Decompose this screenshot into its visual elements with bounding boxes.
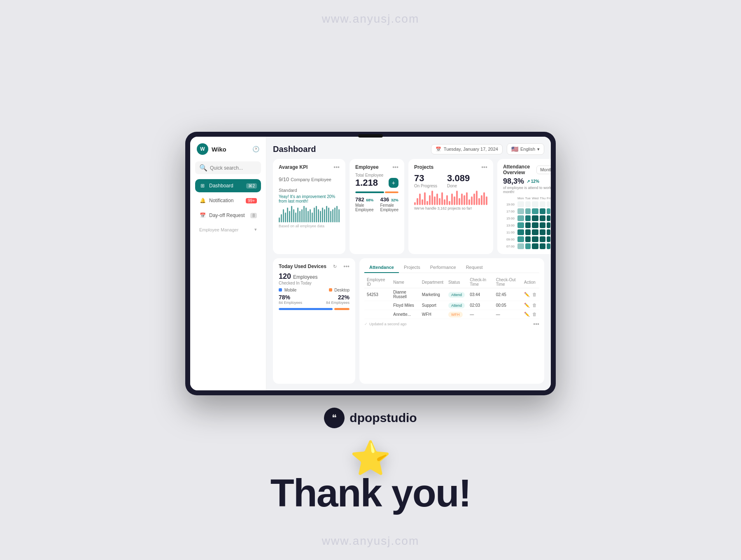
sidebar-item-notification[interactable]: 🔔 Notification 99+	[195, 194, 261, 207]
mobile-dot	[279, 288, 282, 292]
sidebar-item-dashboard[interactable]: ⊞ Dashboard ⌘2	[195, 179, 261, 192]
add-employee-button[interactable]: +	[389, 178, 398, 188]
app-name: Wiko	[212, 146, 226, 153]
section-label-text: Employee Manager	[199, 227, 238, 232]
header-right: 📅 Tuesday, January 17, 2024 🇺🇸 English ▾	[431, 143, 544, 155]
heatmap-cell	[547, 236, 550, 242]
device-pcts: 78% 22%	[279, 294, 350, 301]
action-cell: ✏️🗑	[522, 310, 539, 319]
col-department: Department	[419, 276, 446, 288]
table-cell: Annette...	[391, 310, 419, 319]
table-row: 54253Dianne RussellMarketingAttend03:440…	[364, 288, 539, 301]
heatmap-cell	[525, 215, 531, 221]
emp-menu-icon[interactable]: •••	[392, 164, 398, 170]
edit-icon[interactable]: ✏️	[524, 312, 530, 317]
table-menu-icon[interactable]: •••	[533, 321, 539, 327]
mobile-pct: 78%	[279, 294, 290, 301]
section-employee-manager[interactable]: Employee Manager ▾	[195, 224, 261, 234]
sidebar-item-dayoff[interactable]: 📅 Day-off Request 8	[195, 209, 261, 222]
devices-count-label: Employees	[293, 274, 317, 280]
logo-icon: W	[197, 143, 208, 155]
devices-menu-icon[interactable]: •••	[343, 263, 350, 270]
heatmap-time-label: 15:00	[503, 215, 516, 221]
delete-icon[interactable]: 🗑	[532, 312, 537, 317]
table-head: Employee IDNameDepartmentStatusCheck-In …	[364, 276, 539, 288]
proj-bar	[436, 194, 438, 205]
emp-female-label: Female Employee	[380, 203, 398, 212]
heatmap-day-label: Mon	[517, 196, 524, 200]
language-text: English	[520, 147, 535, 152]
attendance-table: Employee IDNameDepartmentStatusCheck-In …	[364, 276, 539, 319]
heatmap-cell	[532, 243, 538, 249]
sidebar: W Wiko 🕐 🔍 ⌘1 ⊞ Dashboard ⌘2 🔔 Notificat…	[190, 137, 266, 390]
proj-bar	[439, 198, 440, 205]
heatmap-cell	[532, 215, 538, 221]
emp-stats: 782 68% Male Employee 436 32% Female Emp…	[355, 196, 398, 212]
kpi-menu-icon[interactable]: •••	[333, 164, 340, 170]
table-cell: Floyd Miles	[391, 301, 419, 310]
table-tab-projects[interactable]: Projects	[399, 262, 425, 273]
mobile-label: Mobile	[284, 288, 296, 292]
kpi-note: Based on all employee data	[279, 224, 340, 228]
table-cell: Dianne Russell	[391, 288, 419, 301]
kpi-bar	[305, 208, 307, 222]
col-check-in-time: Check-In Time	[467, 276, 494, 288]
kpi-card: Avarage KPI ••• 9/10 Company Employee St…	[273, 159, 345, 254]
brand-icon: ❝	[324, 408, 345, 428]
kpi-bar	[301, 209, 303, 222]
mobile-emp: 84 Employees	[279, 301, 302, 305]
heatmap-cell	[532, 201, 538, 207]
branding: ❝ dpopstudio	[324, 408, 417, 428]
att-rate-row: 98,3% ↗ 12%	[503, 177, 551, 186]
table-cell	[364, 310, 391, 319]
heatmap-cell	[540, 229, 545, 235]
emp-total-row: 1.218 +	[355, 177, 398, 188]
proj-chart	[414, 191, 487, 205]
devices-card: Today Used Devices ↻ ••• 120 Employees C…	[273, 258, 355, 384]
delete-icon[interactable]: 🗑	[532, 303, 537, 308]
emp-male-pct: 68%	[366, 198, 373, 202]
edit-icon[interactable]: ✏️	[524, 292, 530, 297]
kpi-bar	[336, 206, 338, 222]
refresh-icon[interactable]: ↻	[333, 264, 337, 269]
search-input[interactable]	[210, 165, 272, 171]
attendance-header: Attendance Overview Monthly ▾	[503, 164, 551, 175]
kpi-chart	[279, 206, 340, 222]
device-bar	[279, 308, 350, 310]
delete-icon[interactable]: 🗑	[532, 292, 537, 297]
status-cell: Attend	[446, 288, 467, 301]
kpi-bar	[287, 208, 288, 222]
attendance-title: Attendance Overview	[503, 164, 536, 175]
kpi-bar	[297, 208, 298, 222]
status-cell: Attend	[446, 301, 467, 310]
edit-icon[interactable]: ✏️	[524, 303, 530, 308]
proj-bar	[478, 198, 480, 205]
star-emoji: ⭐	[350, 439, 391, 478]
proj-stats: 73 On Progress 3.089 Done	[414, 173, 487, 188]
language-selector[interactable]: 🇺🇸 English ▾	[507, 143, 544, 155]
proj-menu-icon[interactable]: •••	[481, 164, 487, 170]
table-tab-performance[interactable]: Performance	[425, 262, 461, 273]
employee-card: Employee ••• Total Employee 1.218 +	[350, 159, 404, 254]
kpi-bar	[322, 208, 323, 222]
heatmap-cell	[517, 208, 524, 214]
proj-bar	[431, 191, 433, 205]
kpi-bar	[289, 211, 290, 222]
search-bar[interactable]: 🔍 ⌘1	[195, 161, 261, 174]
action-icons: ✏️🗑	[524, 292, 537, 297]
col-employee-id: Employee ID	[364, 276, 391, 288]
heatmap-cell	[540, 236, 545, 242]
heatmap-cell	[517, 243, 524, 249]
month-selector[interactable]: Monthly ▾	[536, 166, 551, 174]
kpi-bar	[299, 211, 301, 222]
proj-bar	[446, 195, 448, 205]
table-tab-attendance[interactable]: Attendance	[364, 262, 399, 273]
col-name: Name	[391, 276, 419, 288]
desktop-legend: Desktop	[329, 288, 350, 292]
table-tab-request[interactable]: Request	[461, 262, 488, 273]
table-header-row: Employee IDNameDepartmentStatusCheck-In …	[364, 276, 539, 288]
proj-bar	[414, 202, 416, 205]
emp-female-pct: 32%	[391, 198, 398, 202]
table-cell: 02:03	[467, 301, 494, 310]
proj-bar	[444, 199, 445, 205]
